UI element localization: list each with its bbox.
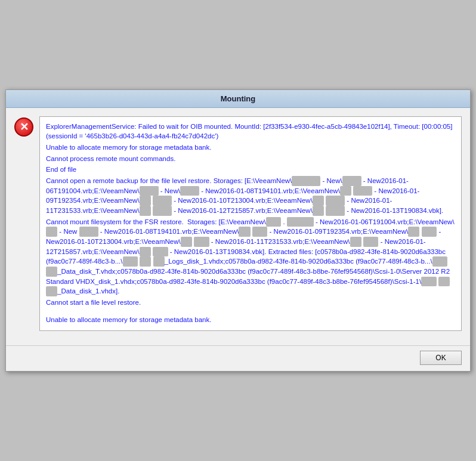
ok-button[interactable]: OK [420, 351, 462, 365]
blurred-21 [408, 227, 419, 237]
message-line-4: End of file [46, 165, 455, 175]
spacer [46, 309, 455, 315]
bottom-bar: OK [6, 345, 470, 371]
blurred-29 [123, 256, 138, 267]
error-circle-icon: ✕ [14, 117, 33, 137]
error-icon: ✕ [14, 117, 33, 137]
blurred-1 [292, 176, 320, 186]
blurred-3 [140, 186, 159, 196]
blurred-12 [153, 206, 172, 216]
blurred-18 [79, 227, 98, 237]
blurred-11 [140, 206, 151, 216]
dialog-body: ✕ ExplorerManagementService: Failed to w… [6, 108, 470, 344]
blurred-30 [140, 256, 151, 267]
blurred-13 [313, 206, 324, 216]
message-area: ✕ ExplorerManagementService: Failed to w… [14, 116, 462, 332]
message-line-5: Cannot open a remote backup for the file… [46, 176, 455, 216]
blurred-5 [340, 186, 351, 196]
blurred-36 [46, 286, 57, 296]
blurred-34 [421, 277, 437, 287]
mounting-dialog: Mounting ✕ ExplorerManagementService: Fa… [5, 89, 471, 372]
blurred-16 [287, 217, 314, 227]
dialog-title-bar: Mounting [6, 90, 470, 108]
blurred-7 [140, 196, 151, 206]
blurred-24 [194, 237, 209, 247]
scroll-area[interactable]: ExplorerManagementService: Failed to wai… [39, 116, 462, 332]
blurred-28 [153, 247, 168, 257]
blurred-26 [363, 237, 379, 247]
blurred-15 [266, 217, 282, 227]
blurred-19 [239, 227, 250, 237]
blurred-31 [153, 256, 165, 267]
blurred-6 [353, 186, 372, 196]
message-line-8: Unable to allocate memory for storage me… [46, 315, 455, 325]
message-line-1: ExplorerManagementService: Failed to wai… [46, 122, 455, 141]
blurred-8 [153, 196, 172, 206]
blurred-32 [432, 256, 448, 267]
blurred-25 [350, 237, 361, 247]
message-line-2: Unable to allocate memory for storage me… [46, 143, 455, 153]
blurred-23 [181, 237, 192, 247]
blurred-17 [46, 227, 57, 237]
blurred-27 [140, 247, 151, 257]
message-line-7: Cannot start a file level restore. [46, 298, 455, 308]
blurred-10 [326, 196, 345, 206]
blurred-33 [46, 267, 57, 277]
blurred-35 [438, 277, 450, 287]
blurred-4 [180, 186, 199, 196]
blurred-2 [342, 176, 361, 186]
message-line-3: Cannot process remote mount commands. [46, 154, 455, 164]
message-line-6: Cannot mount filesystem for the FSR rest… [46, 217, 455, 296]
blurred-22 [422, 227, 437, 237]
blurred-20 [252, 227, 268, 237]
blurred-9 [313, 196, 324, 206]
dialog-title: Mounting [221, 94, 255, 103]
blurred-14 [326, 206, 345, 216]
